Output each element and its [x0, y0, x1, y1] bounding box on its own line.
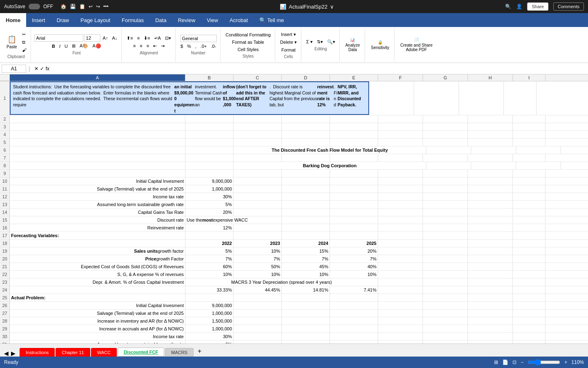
next-sheets-button[interactable]: ▶ [11, 350, 16, 357]
cell-10a[interactable]: Initial Capital Invesment [10, 177, 185, 185]
cell-15d[interactable] [282, 216, 330, 224]
cell-20b[interactable]: 7% [185, 255, 234, 263]
cell-3i[interactable] [513, 123, 546, 130]
cell-19g[interactable] [423, 247, 468, 255]
share-button[interactable]: Share [527, 2, 548, 11]
tab-acrobat[interactable]: Acrobat [224, 13, 254, 27]
sensitivity-button[interactable]: 🔒 Sensitivity [368, 38, 392, 52]
cell-9f[interactable] [378, 170, 423, 177]
col-header-b[interactable]: B [185, 74, 234, 81]
cell-21e[interactable]: 40% [330, 263, 378, 270]
cell-21i[interactable] [513, 263, 546, 270]
cell-11g[interactable] [423, 185, 468, 193]
redo-icon[interactable]: ↪ [96, 4, 100, 9]
font-color-button[interactable]: A🔴 [91, 43, 102, 49]
cell-15i[interactable] [513, 216, 546, 224]
indent-increase-button[interactable]: ⇥ [159, 43, 166, 49]
cell-19a[interactable]: Sales units growth factor [10, 247, 185, 255]
cell-15bc[interactable]: Use the most expensive WACC [185, 216, 282, 224]
cell-30f[interactable] [378, 333, 423, 340]
cell-8h[interactable] [516, 162, 561, 169]
cell-18g[interactable] [423, 240, 468, 247]
cell-25d[interactable] [282, 294, 330, 301]
cell-12c[interactable] [234, 193, 282, 200]
cell-31i[interactable] [513, 341, 546, 343]
size-selector[interactable] [84, 34, 100, 42]
cell-12g[interactable] [423, 193, 468, 200]
cell-26a[interactable]: Initial Capital Invesment [10, 302, 185, 309]
cell-27b[interactable]: 1,000,000 [185, 310, 234, 317]
cell-31e[interactable] [330, 341, 378, 343]
cell-19e[interactable]: 20% [330, 247, 378, 255]
cell-21g[interactable] [423, 263, 468, 270]
cell-12e[interactable] [330, 193, 378, 200]
tab-data[interactable]: Data [149, 13, 172, 27]
cell-29g[interactable] [423, 325, 468, 332]
cell-2a[interactable] [10, 115, 185, 123]
cell-17f[interactable] [378, 232, 423, 239]
cell-28e[interactable] [330, 317, 378, 325]
cell-21d[interactable]: 45% [282, 263, 330, 270]
cell-27h[interactable] [468, 310, 513, 317]
cell-10f[interactable] [378, 177, 423, 185]
cell-21h[interactable] [468, 263, 513, 270]
cell-28a[interactable]: Increase in inventory and AR (for Δ NOWC… [10, 317, 185, 325]
indent-decrease-button[interactable]: ⇤ [151, 43, 158, 49]
cell-22e[interactable]: 10% [330, 271, 378, 278]
cell-13d[interactable] [282, 201, 330, 208]
cell-2f[interactable] [378, 115, 423, 123]
decimal-decrease-button[interactable]: .0- [209, 43, 218, 49]
cell-24i[interactable] [513, 286, 546, 294]
cell-9b[interactable] [185, 170, 234, 177]
cell-2g[interactable] [423, 115, 468, 123]
cell-10g[interactable] [423, 177, 468, 185]
col-header-g[interactable]: G [423, 74, 468, 81]
cell-7b[interactable] [185, 154, 234, 162]
align-bottom-button[interactable]: ⬇≡ [142, 35, 151, 42]
align-middle-button[interactable]: ≡ [136, 35, 141, 41]
cell-2b[interactable] [185, 115, 234, 123]
analyze-data-button[interactable]: 📊 AnalyzeData [343, 36, 363, 54]
cell-16b[interactable]: 12% [185, 224, 234, 231]
cell-5h[interactable] [468, 139, 513, 146]
cell-25f[interactable] [378, 294, 423, 301]
cell-17i[interactable] [513, 232, 546, 239]
cell-30d[interactable] [282, 333, 330, 340]
cell-15e[interactable] [330, 216, 378, 224]
cell-30b[interactable]: 30% [185, 333, 234, 340]
cell-18e[interactable]: 2025 [330, 240, 378, 247]
delete-button[interactable]: Delete ▾ [278, 39, 298, 46]
cell-13g[interactable] [423, 201, 468, 208]
cell-2c[interactable] [234, 115, 282, 123]
cell-28d[interactable] [282, 317, 330, 325]
cell-3b[interactable] [185, 123, 234, 130]
cell-31f[interactable] [378, 341, 423, 343]
cell-20h[interactable] [468, 255, 513, 263]
cell-1g[interactable] [414, 81, 459, 115]
zoom-slider[interactable] [528, 359, 560, 366]
cell-12a[interactable]: Income tax rate [10, 193, 185, 200]
copy-button[interactable]: ⧉ [20, 39, 28, 46]
cell-7e[interactable] [330, 154, 378, 162]
cell-17g[interactable] [423, 232, 468, 239]
cell-29c[interactable] [234, 325, 282, 332]
decimal-increase-button[interactable]: .0+ [199, 43, 209, 49]
cell-24b[interactable]: 33.33% [185, 286, 234, 294]
cell-24f[interactable] [378, 286, 423, 294]
cell-28c[interactable] [234, 317, 282, 325]
cell-14d[interactable] [282, 209, 330, 216]
tab-draw[interactable]: Draw [51, 13, 75, 27]
cell-31a[interactable]: Assumed long-term sustainable growth rat… [10, 341, 185, 343]
paste-button[interactable]: 📋 Paste [4, 33, 20, 51]
cell-28b[interactable]: 1,500,000 [185, 317, 234, 325]
cell-31d[interactable] [282, 341, 330, 343]
cell-30c[interactable] [234, 333, 282, 340]
cell-2h[interactable] [468, 115, 513, 123]
cell-26h[interactable] [468, 302, 513, 309]
tab-review[interactable]: Review [172, 13, 201, 27]
cell-6f[interactable] [426, 146, 471, 154]
undo-icon[interactable]: ↩ [89, 4, 93, 9]
cell-26f[interactable] [378, 302, 423, 309]
cell-22g[interactable] [423, 271, 468, 278]
cell-22b[interactable]: 10% [185, 271, 234, 278]
